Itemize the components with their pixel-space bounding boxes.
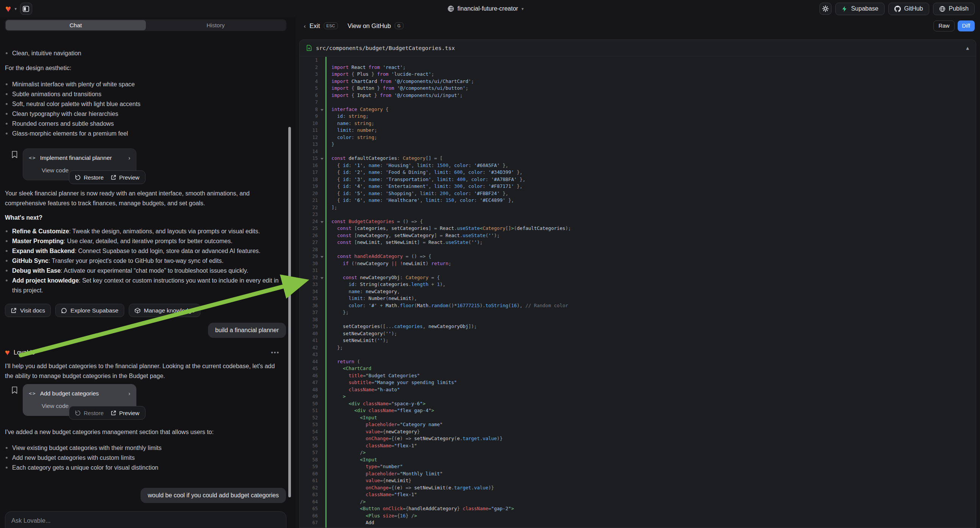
fold-gutter — [318, 78, 325, 85]
restore-button[interactable]: Restore — [75, 174, 104, 181]
line-number: 39 — [300, 323, 318, 330]
code-line: 67 Add — [300, 519, 976, 526]
raw-toggle-button[interactable]: Raw — [934, 21, 954, 32]
code-text: Add — [326, 519, 374, 526]
user-message-bubble: build a financial planner — [208, 323, 286, 338]
fold-gutter — [318, 407, 325, 414]
code-text: value={newCategory} — [326, 428, 420, 436]
explore-supabase-button[interactable]: Explore Supabase — [55, 304, 124, 317]
line-number: 26 — [300, 232, 318, 239]
code-line: 40 setNewCategory(''); — [300, 330, 976, 337]
whats-next-list: Refine & Customize: Tweak the design, an… — [5, 226, 283, 296]
fold-gutter — [318, 85, 325, 92]
project-switcher[interactable]: financial-future-creator ▾ — [447, 0, 524, 17]
tab-chat[interactable]: Chat — [6, 20, 146, 30]
fold-gutter — [318, 288, 325, 296]
settings-button[interactable] — [819, 3, 832, 15]
collapse-chevron-icon[interactable]: ▲ — [966, 45, 969, 51]
supabase-button[interactable]: Supabase — [835, 3, 885, 15]
view-on-github-label: View on GitHub — [348, 22, 391, 30]
code-text: { id: '6', name: 'Healthcare', limit: 15… — [326, 197, 514, 204]
line-number: 68 — [300, 526, 318, 528]
code-line: 64 /> — [300, 498, 976, 506]
github-button[interactable]: GitHub — [888, 3, 929, 15]
bookmark-icon[interactable] — [11, 386, 18, 394]
manage-knowledge-button[interactable]: Manage knowledge — [129, 304, 200, 317]
fold-chevron-icon[interactable] — [318, 218, 325, 225]
preview-button[interactable]: Preview — [111, 174, 139, 181]
code-brackets-icon: <> — [29, 153, 37, 163]
code-line: 62 onChange={(e) => setNewLimit(e.target… — [300, 484, 976, 491]
code-line: 21 { id: '6', name: 'Healthcare', limit:… — [300, 197, 976, 204]
line-number: 51 — [300, 407, 318, 414]
code-line: 10 name: string; — [300, 120, 976, 127]
restore-button[interactable]: Restore — [75, 410, 104, 416]
restore-icon — [75, 175, 81, 180]
line-number: 9 — [300, 113, 318, 120]
restore-icon — [75, 410, 81, 416]
visit-docs-button[interactable]: Visit docs — [5, 304, 51, 317]
line-number: 53 — [300, 421, 318, 428]
code-line: 32 const newCategoryObj: Category = { — [300, 274, 976, 281]
code-line: 56 className="flex-1" — [300, 442, 976, 450]
code-text: type="number" — [326, 463, 402, 471]
file-header[interactable]: src/components/budget/BudgetCategories.t… — [300, 40, 976, 56]
publish-button[interactable]: Publish — [933, 3, 975, 15]
fold-gutter — [318, 232, 325, 239]
line-number: 32 — [300, 274, 318, 281]
code-line: 19 { id: '4', name: 'Entertainment', lim… — [300, 183, 976, 190]
preview-button[interactable]: Preview — [111, 410, 139, 416]
toggle-sidebar-button[interactable] — [20, 3, 32, 15]
line-number: 4 — [300, 78, 318, 85]
code-line: 54 value={newCategory} — [300, 428, 976, 436]
fold-chevron-icon[interactable] — [318, 274, 325, 281]
fold-chevron-icon[interactable] — [318, 106, 325, 113]
fold-gutter — [318, 519, 325, 526]
composer-input[interactable]: Ask Lovable... — [11, 517, 280, 524]
fold-chevron-icon[interactable] — [318, 253, 325, 260]
code-text: import { Button } from '@/components/ui/… — [326, 85, 468, 92]
code-line: 17 { id: '2', name: 'Food & Dining', lim… — [300, 169, 976, 176]
message-menu-button[interactable]: ••• — [271, 348, 280, 358]
fold-gutter — [318, 463, 325, 471]
code-text: { id: '3', name: 'Transportation', limit… — [326, 176, 525, 183]
fold-gutter — [318, 204, 325, 212]
aesthetic-list: Minimalist interface with plenty of whit… — [5, 80, 283, 138]
fold-gutter — [318, 309, 325, 316]
chat-scrollbar[interactable] — [288, 127, 291, 497]
intro-list: Clean, intuitive navigation — [5, 48, 283, 58]
external-link-icon — [111, 410, 116, 416]
line-number: 7 — [300, 99, 318, 106]
code-line: 24const BudgetCategories = () => { — [300, 218, 976, 225]
tab-history[interactable]: History — [146, 20, 286, 30]
code-text: { id: '2', name: 'Food & Dining', limit:… — [326, 169, 522, 176]
list-item: Soft, neutral color palette with light b… — [5, 99, 283, 109]
manage-knowledge-label: Manage knowledge — [144, 306, 195, 315]
code-text: const newCategoryObj: Category = { — [326, 274, 440, 281]
fold-chevron-icon[interactable] — [318, 155, 325, 162]
line-number: 52 — [300, 414, 318, 421]
code-text: import { Input } from '@/components/ui/i… — [326, 92, 463, 99]
line-number: 62 — [300, 484, 318, 491]
code-text: <Plus size={16} /> — [326, 512, 417, 520]
code-line: 50 <div className="space-y-6"> — [300, 400, 976, 407]
code-line: 30 if (!newCategory || !newLimit) return… — [300, 260, 976, 267]
code-line: 38 — [300, 316, 976, 323]
list-item: Subtle animations and transitions — [5, 89, 283, 99]
top-bar: ♥ ▾ financial-future-creator ▾ Supabase … — [0, 0, 980, 17]
code-text: if (!newCategory || !newLimit) return; — [326, 260, 451, 267]
code-line: 6import { Input } from '@/components/ui/… — [300, 92, 976, 99]
line-number: 44 — [300, 358, 318, 366]
code-text: id: String(categories.length + 1), — [326, 281, 445, 288]
list-item: Glass-morphic elements for a premium fee… — [5, 129, 283, 138]
fold-gutter — [318, 127, 325, 134]
code-text: const defaultCategories: Category[] = [ — [326, 155, 443, 162]
code-text: <ChartCard — [326, 365, 371, 372]
lovable-logo-icon[interactable]: ♥ — [5, 4, 11, 14]
view-on-github-button[interactable]: View on GitHub G — [348, 22, 403, 30]
exit-button[interactable]: ‹ Exit ESC — [304, 22, 338, 30]
logo-menu-chevron-icon[interactable]: ▾ — [14, 6, 17, 11]
diff-toggle-button[interactable]: Diff — [958, 21, 975, 32]
code-line: 29 const handleAddCategory = () => { — [300, 253, 976, 260]
bookmark-icon[interactable] — [11, 151, 18, 158]
